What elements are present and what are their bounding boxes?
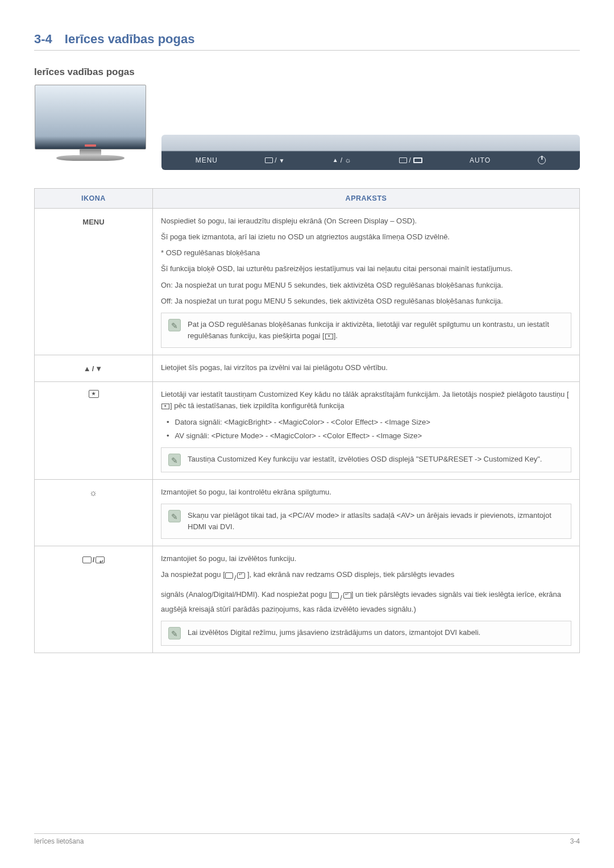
th-desc: APRAKSTS <box>153 189 580 209</box>
menu-note-b: ]. <box>334 331 338 340</box>
footer-left: Ierīces lietošana <box>34 837 84 845</box>
strip-custom-icon: /▼ <box>265 156 285 164</box>
bright-note: Skaņu var pielāgot tikai tad, ja <PC/AV … <box>161 504 571 539</box>
source-note: Lai izvēlētos Digital režīmu, jums jāsav… <box>161 621 571 646</box>
row-custom-label <box>35 382 153 480</box>
menu-p6: Off: Ja nospiežat un turat pogu MENU 5 s… <box>161 296 571 307</box>
source-p3a: signāls (Analog/Digital/HDMI). Kad nospi… <box>161 590 331 599</box>
strip-brightness-icon: ▲/☼ <box>333 156 352 164</box>
source-icon: / <box>82 554 105 566</box>
section-heading: 3-4Ierīces vadības pogas <box>34 32 580 47</box>
strip-menu-label: MENU <box>196 156 218 164</box>
section-number: 3-4 <box>34 32 52 46</box>
menu-note-text: Pat ja OSD regulēšanas bloķēšanas funkci… <box>188 319 564 342</box>
table-row: MENU Nospiediet šo pogu, lai ieraudzītu … <box>35 209 580 355</box>
source-p2: Ja nospiežat pogu [/ ], kad ekrānā nav r… <box>161 569 571 584</box>
heading-rule <box>34 50 580 51</box>
custom-key-icon <box>161 404 169 409</box>
sub-heading: Ierīces vadības pogas <box>34 67 580 78</box>
row-brightness-label <box>35 479 153 546</box>
bright-note-text: Skaņu var pielāgot tikai tad, ja <PC/AV … <box>188 510 564 533</box>
source-p2b: ], kad ekrānā nav redzams OSD displejs, … <box>245 570 454 579</box>
source-p2a: Ja nospiežat pogu [ <box>161 570 225 579</box>
note-icon <box>168 319 181 331</box>
description-table: IKONA APRAKSTS MENU Nospiediet šo pogu, … <box>34 188 580 653</box>
menu-p1: Nospiediet šo pogu, lai ieraudzītu displ… <box>161 215 571 227</box>
row-custom-desc: Lietotāji var iestatīt taustiņam Customi… <box>153 382 580 480</box>
note-icon <box>168 454 181 466</box>
row-source-desc: Izmantojiet šo pogu, lai izvēlētos funkc… <box>153 546 580 653</box>
arrows-p1: Lietojiet šīs pogas, lai virzītos pa izv… <box>161 362 571 373</box>
custom-key-icon <box>325 334 333 339</box>
row-arrows-desc: Lietojiet šīs pogas, lai virzītos pa izv… <box>153 355 580 382</box>
menu-p4: Šī funkcija bloķē OSD, lai uzturētu pašr… <box>161 263 571 275</box>
menu-note: Pat ja OSD regulēšanas bloķēšanas funkci… <box>161 313 571 348</box>
brightness-icon <box>89 488 98 497</box>
strip-power-icon <box>538 156 546 164</box>
page-footer: Ierīces lietošana 3-4 <box>34 833 580 845</box>
monitor-stand <box>80 149 101 155</box>
footer-right: 3-4 <box>570 837 580 845</box>
menu-p2: Šī poga tiek izmantota, arī lai izietu n… <box>161 231 571 243</box>
table-row: / Izmantojiet šo pogu, lai izvēlētos fun… <box>35 546 580 653</box>
custom-p1a: Lietotāji var iestatīt taustiņam Customi… <box>161 390 569 398</box>
monitor-illustration <box>34 85 147 170</box>
source-icon: / <box>331 592 351 604</box>
bright-p1: Izmantojiet šo pogu, lai kontrolētu ekrā… <box>161 487 571 498</box>
custom-p1: Lietotāji var iestatīt taustiņam Customi… <box>161 389 571 412</box>
list-item: AV signāli: <Picture Mode> - <MagicColor… <box>167 430 571 442</box>
custom-note: Taustiņa Customized Key funkciju var ies… <box>161 447 571 472</box>
row-arrows-label: ▲/▼ <box>35 355 153 382</box>
row-menu-desc: Nospiediet šo pogu, lai ieraudzītu displ… <box>153 209 580 355</box>
button-strip: MENU /▼ ▲/☼ / AUTO <box>161 135 580 170</box>
source-icon: / <box>225 572 246 584</box>
row-source-label: / <box>35 546 153 653</box>
source-p1: Izmantojiet šo pogu, lai izvēlētos funkc… <box>161 553 571 564</box>
note-icon <box>168 627 181 639</box>
list-item: Datora signāli: <MagicBright> - <MagicCo… <box>167 417 571 428</box>
custom-key-icon <box>89 390 99 398</box>
row-menu-label: MENU <box>35 209 153 355</box>
menu-p3: * OSD regulēšanas bloķēšana <box>161 247 571 259</box>
menu-note-a: Pat ja OSD regulēšanas bloķēšanas funkci… <box>188 320 549 340</box>
menu-p5: On: Ja nospiežat un turat pogu MENU 5 se… <box>161 280 571 291</box>
source-p3: signāls (Analog/Digital/HDMI). Kad nospi… <box>161 589 571 615</box>
custom-bullets: Datora signāli: <MagicBright> - <MagicCo… <box>167 417 571 442</box>
table-row: ▲/▼ Lietojiet šīs pogas, lai virzītos pa… <box>35 355 580 382</box>
device-image: MENU /▼ ▲/☼ / AUTO <box>34 85 580 170</box>
custom-p1b: ] pēc tā iestatīšanas, tiek izpildīta ko… <box>170 401 344 410</box>
th-icon: IKONA <box>35 189 153 209</box>
strip-source-icon: / <box>399 156 422 164</box>
table-row: Lietotāji var iestatīt taustiņam Customi… <box>35 382 580 480</box>
section-title-text: Ierīces vadības pogas <box>65 32 195 46</box>
strip-auto-label: AUTO <box>470 156 491 164</box>
source-note-text: Lai izvēlētos Digital režīmu, jums jāsav… <box>188 627 564 639</box>
monitor-screen <box>35 85 146 149</box>
row-brightness-desc: Izmantojiet šo pogu, lai kontrolētu ekrā… <box>153 479 580 546</box>
table-row: Izmantojiet šo pogu, lai kontrolētu ekrā… <box>35 479 580 546</box>
custom-note-text: Taustiņa Customized Key funkciju var ies… <box>188 454 564 466</box>
note-icon <box>168 510 181 522</box>
monitor-base <box>56 155 125 161</box>
